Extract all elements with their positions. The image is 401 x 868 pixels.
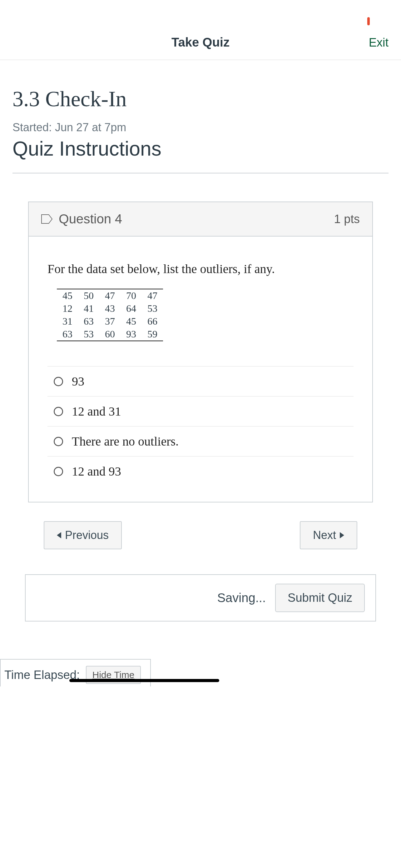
answer-option-label: 12 and 31: [72, 404, 121, 419]
question-header: Question 4 1 pts: [29, 202, 372, 237]
data-cell: 50: [78, 289, 99, 302]
tag-icon: [41, 214, 53, 224]
data-cell: 53: [142, 302, 163, 315]
previous-button[interactable]: Previous: [44, 521, 122, 549]
data-cell: 41: [78, 302, 99, 315]
submit-quiz-button[interactable]: Submit Quiz: [275, 584, 365, 612]
data-cell: 63: [57, 328, 78, 341]
question-prompt: For the data set below, list the outlier…: [47, 261, 354, 276]
radio-icon: [54, 437, 63, 446]
data-cell: 63: [78, 315, 99, 328]
data-cell: 43: [99, 302, 121, 315]
device-status-bar: [0, 0, 401, 25]
submit-bar: Saving... Submit Quiz: [25, 574, 376, 621]
chevron-left-icon: [57, 532, 61, 538]
data-cell: 93: [121, 328, 142, 341]
data-cell: 60: [99, 328, 121, 341]
app-header: Take Quiz Exit: [0, 25, 401, 60]
data-cell: 66: [142, 315, 163, 328]
table-row: 63 53 60 93 59: [57, 328, 163, 341]
table-row: 31 63 37 45 66: [57, 315, 163, 328]
exit-button[interactable]: Exit: [369, 36, 389, 49]
answer-option-label: 12 and 93: [72, 464, 121, 479]
data-cell: 31: [57, 315, 78, 328]
question-body: For the data set below, list the outlier…: [29, 237, 372, 502]
answer-option-label: There are no outliers.: [72, 434, 179, 449]
time-elapsed-label: Time Elapsed:: [4, 668, 80, 682]
question-points: 1 pts: [334, 213, 360, 226]
chevron-right-icon: [340, 532, 344, 538]
divider: [12, 173, 389, 174]
data-cell: 53: [78, 328, 99, 341]
data-cell: 47: [99, 289, 121, 302]
time-elapsed-panel: Time Elapsed: Hide Time: [0, 659, 151, 686]
radio-icon: [54, 407, 63, 416]
table-row: 12 41 43 64 53: [57, 302, 163, 315]
main-content: 3.3 Check-In Started: Jun 27 at 7pm Quiz…: [0, 60, 401, 659]
question-number-label: Question 4: [59, 212, 334, 226]
data-cell: 47: [142, 289, 163, 302]
answer-option-2[interactable]: There are no outliers.: [47, 427, 354, 457]
page-title: Take Quiz: [171, 35, 230, 50]
data-cell: 37: [99, 315, 121, 328]
table-row: 45 50 47 70 47: [57, 289, 163, 302]
battery-icon: [367, 17, 370, 25]
answer-option-label: 93: [72, 374, 84, 389]
question-card: Question 4 1 pts For the data set below,…: [28, 202, 373, 502]
answer-option-3[interactable]: 12 and 93: [47, 457, 354, 486]
data-table: 45 50 47 70 47 12 41 43 64 53 31 63 37: [57, 289, 163, 341]
saving-status: Saving...: [217, 591, 266, 605]
answer-option-0[interactable]: 93: [47, 367, 354, 397]
data-cell: 45: [121, 315, 142, 328]
question-nav: Previous Next: [44, 521, 357, 549]
instructions-heading: Quiz Instructions: [12, 137, 389, 160]
data-cell: 70: [121, 289, 142, 302]
next-button-label: Next: [313, 529, 336, 542]
radio-icon: [54, 467, 63, 476]
data-cell: 64: [121, 302, 142, 315]
home-indicator-icon: [69, 679, 219, 682]
data-cell: 59: [142, 328, 163, 341]
data-cell: 12: [57, 302, 78, 315]
data-cell: 45: [57, 289, 78, 302]
radio-icon: [54, 377, 63, 386]
quiz-started-time: Started: Jun 27 at 7pm: [12, 121, 389, 134]
quiz-title: 3.3 Check-In: [12, 87, 389, 112]
previous-button-label: Previous: [65, 529, 109, 542]
answer-option-1[interactable]: 12 and 31: [47, 397, 354, 427]
answer-options: 93 12 and 31 There are no outliers. 12 a…: [47, 366, 354, 486]
next-button[interactable]: Next: [300, 521, 357, 549]
